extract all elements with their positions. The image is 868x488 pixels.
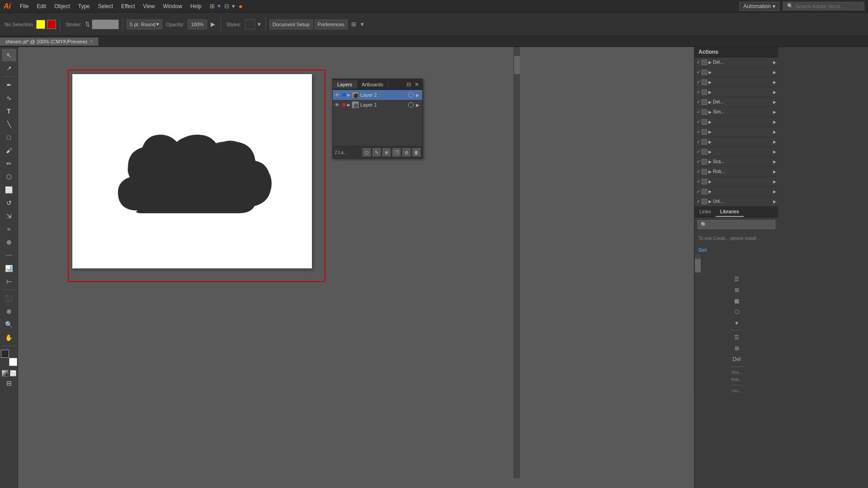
rotate-tool[interactable]: ↺ [2,197,16,209]
duplicate-layer-button[interactable]: ❐ [392,148,401,156]
layer-2-options-icon[interactable]: ▶ [415,93,420,98]
layer-1-target-icon[interactable] [408,102,414,108]
menu-file[interactable]: File [16,2,32,10]
type-tool[interactable]: T [2,105,16,117]
layers-close-button[interactable]: ✕ [413,81,420,88]
action-row-3[interactable]: ✓ ▶ ▶ [695,77,778,87]
layers-minimize-button[interactable]: ⊟ [405,81,412,88]
eyedropper-tool[interactable]: ⬛ [2,292,16,305]
right-icon-5[interactable]: ♠ [730,318,744,328]
action-row-7[interactable]: ✓ ▶ ▶ [695,117,778,127]
menu-effect[interactable]: Effect [118,2,138,10]
action-row-14[interactable]: ✓ ▶ ▶ [695,187,778,197]
shape-builder-tool[interactable]: ⊕ [2,236,16,249]
right-icon-6[interactable]: ☰ [730,333,744,343]
menu-select[interactable]: Select [94,2,117,10]
canvas-scrollbar-v[interactable] [514,47,520,478]
rect-tool[interactable]: □ [2,131,16,144]
artboards-tab[interactable]: Artboards [357,80,388,89]
none-icon[interactable] [10,370,16,376]
action-row-15[interactable]: ✓ ▶ Uni... ▶ [695,197,778,206]
curvature-tool[interactable]: ∿ [2,92,16,104]
layer-1-expand-icon[interactable]: ▶ [347,103,350,107]
layer-1-options-icon[interactable]: ▶ [415,103,420,108]
menu-help[interactable]: Help [187,2,205,10]
opacity-arrow-icon[interactable]: ▶ [209,21,217,28]
layer-1-item[interactable]: 👁 ▶ Layer 1 ▶ [333,100,422,110]
layer-1-visibility-icon[interactable]: 👁 [335,102,341,108]
get-creative-link[interactable]: Get [695,245,778,254]
document-setup-button[interactable]: Document Setup [269,19,313,29]
pen-tool[interactable]: ✒ [2,79,16,91]
selection-tool[interactable]: ↖ [2,49,16,61]
document-tab[interactable]: sheven.ai* @ 100% (CMYK/Preview) × [0,38,99,46]
edit-layer-button[interactable]: ✎ [373,148,381,156]
make-clip-mask-button[interactable]: ⊕ [382,148,391,156]
direct-selection-tool[interactable]: ↗ [2,62,16,75]
menu-type[interactable]: Type [75,2,94,10]
automation-dropdown[interactable]: Automation ▾ [739,2,779,11]
right-icon-7[interactable]: ⊞ [730,343,744,353]
menu-view[interactable]: View [140,2,159,10]
action-row-9[interactable]: ✓ ▶ ▶ [695,137,778,147]
layer-2-name[interactable]: Layer 2 [360,92,407,98]
symbol-sprayer-tool[interactable]: ⋯ [2,249,16,262]
delete-layer-button[interactable]: 🗑 [412,148,420,156]
paintbrush-tool[interactable]: 🖌 [2,144,16,157]
right-scrollbar-thumb[interactable] [695,259,701,272]
doc-tab-close-button[interactable]: × [90,39,93,44]
right-icon-4[interactable]: ⬡ [730,307,744,317]
eraser-tool[interactable]: ⬜ [2,183,16,196]
workspace-icon[interactable]: ⊞ [210,3,215,9]
action-row-4[interactable]: ✓ ▶ ▶ [695,87,778,97]
styles-chevron-icon[interactable]: ▾ [257,21,262,28]
right-scrollbar[interactable] [694,254,701,272]
menu-edit[interactable]: Edit [33,2,50,10]
menu-object[interactable]: Object [51,2,74,10]
layer-1-name[interactable]: Layer 1 [360,102,407,108]
new-layer-from-art-button[interactable]: ⬡ [363,148,371,156]
artboard-canvas[interactable] [72,74,312,268]
action-row-13[interactable]: ✓ ▶ ▶ [695,177,778,187]
artboard-tool[interactable]: ⊟ [2,377,16,389]
layers-tab[interactable]: Layers [333,80,357,89]
stroke-color-box[interactable] [9,358,17,366]
merge-layers-button[interactable]: ⊘ [402,148,410,156]
fill-color-swatch[interactable] [36,20,45,29]
style-swatch[interactable] [245,19,255,29]
libraries-search-input[interactable] [698,220,775,229]
right-icon-3[interactable]: ▦ [730,296,744,306]
layer-2-target-icon[interactable] [408,92,414,98]
scrollbar-v-thumb[interactable] [514,56,520,74]
zoom-tool[interactable]: 🔍 [2,318,16,331]
opacity-value[interactable]: 100% [188,19,207,29]
layer-2-item[interactable]: 👁 ▶ Layer 2 ▶ [333,90,422,100]
chart-tool[interactable]: 📊 [2,262,16,275]
fill-color-box[interactable] [1,350,9,358]
links-tab[interactable]: Links [695,207,716,217]
arrow-icon[interactable]: ▾ [232,3,235,9]
align-icon[interactable]: ⊞ [349,21,358,28]
hand-tool[interactable]: ✋ [2,331,16,344]
libraries-tab[interactable]: Libraries [716,207,744,217]
action-row-6[interactable]: ✓ ▶ Sim... ▶ [695,107,778,117]
preferences-button[interactable]: Preferences [315,19,348,29]
shaper-tool[interactable]: ⬡ [2,170,16,183]
stroke-weight-selector[interactable]: 5 pt. Round ▾ [127,19,162,29]
gradient-icon[interactable] [2,370,8,376]
action-row-11[interactable]: ✓ ▶ Sca... ▶ [695,157,778,167]
layer-2-visibility-icon[interactable]: 👁 [335,92,341,98]
action-row-1[interactable]: ✓ ▶ Del... ▶ [695,57,778,67]
action-row-2[interactable]: ✓ ▶ ▶ [695,67,778,77]
layer-2-expand-icon[interactable]: ▶ [347,93,350,97]
pencil-tool[interactable]: ✏ [2,157,16,170]
menu-window[interactable]: Window [159,2,186,10]
slice-tool[interactable]: ⊢ [2,275,16,288]
line-tool[interactable]: ╲ [2,118,16,131]
search-input[interactable] [795,4,859,9]
right-icon-2[interactable]: ⊞ [730,285,744,295]
action-row-5[interactable]: ✓ ▶ Del... ▶ [695,97,778,107]
scale-tool[interactable]: ⇲ [2,210,16,222]
action-row-8[interactable]: ✓ ▶ ▶ [695,127,778,137]
align-chevron-icon[interactable]: ▾ [360,21,365,28]
